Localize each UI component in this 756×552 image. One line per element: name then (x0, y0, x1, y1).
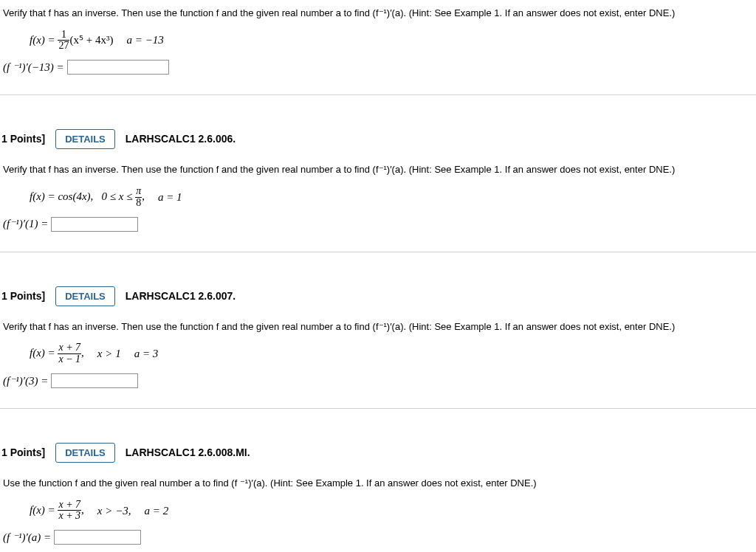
answer-row: (f⁻¹)′(3) = (1, 371, 755, 396)
details-button[interactable]: DETAILS (55, 129, 115, 149)
formula: f(x) = x + 7x − 1, x > 1 a = 3 (1, 339, 755, 370)
answer-input[interactable] (54, 530, 141, 545)
formula: f(x) = 127(x⁵ + 4x³) a = −13 (1, 27, 755, 58)
answer-label: (f⁻¹)′(1) = (3, 215, 48, 232)
points-label: 1 Points] (1, 131, 45, 147)
formula: f(x) = cos(4x), 0 ≤ x ≤ π8, a = 1 (1, 183, 755, 214)
answer-label: (f⁻¹)′(3) = (3, 373, 48, 390)
points-label: 1 Points] (1, 289, 45, 304)
question-id: LARHSCALC1 2.6.006. (126, 131, 236, 147)
question-header: 1 Points] DETAILS LARHSCALC1 2.6.007. (0, 282, 756, 314)
details-button[interactable]: DETAILS (55, 443, 115, 463)
question-id: LARHSCALC1 2.6.008.MI. (126, 445, 250, 460)
question-header: 1 Points] DETAILS LARHSCALC1 2.6.006. (0, 125, 756, 156)
details-button[interactable]: DETAILS (55, 286, 115, 306)
question-block: Verify that f has an inverse. Then use t… (0, 156, 756, 252)
points-label: 1 Points] (1, 445, 45, 460)
question-text: Verify that f has an inverse. Then use t… (1, 4, 755, 27)
question-text: Verify that f has an inverse. Then use t… (1, 161, 755, 183)
question-block: Use the function f and the given real nu… (0, 470, 756, 552)
question-text: Use the function f and the given real nu… (1, 475, 755, 497)
answer-label: (f ⁻¹)′(a) = (3, 529, 51, 546)
question-header: 1 Points] DETAILS LARHSCALC1 2.6.008.MI. (0, 438, 756, 470)
formula: f(x) = x + 7x + 3, x > −3, a = 2 (1, 497, 755, 528)
answer-row: (f⁻¹)′(1) = (1, 214, 755, 238)
question-block: Verify that f has an inverse. Then use t… (0, 314, 756, 409)
question-block: Verify that f has an inverse. Then use t… (0, 0, 756, 95)
answer-input[interactable] (51, 373, 138, 388)
question-text: Verify that f has an inverse. Then use t… (1, 318, 755, 340)
answer-label: (f ⁻¹)′(−13) = (3, 59, 64, 76)
answer-row: (f ⁻¹)′(−13) = (1, 58, 755, 82)
answer-row: (f ⁻¹)′(a) = (1, 528, 755, 552)
question-id: LARHSCALC1 2.6.007. (126, 289, 236, 304)
answer-input[interactable] (51, 217, 138, 232)
answer-input[interactable] (67, 60, 169, 75)
